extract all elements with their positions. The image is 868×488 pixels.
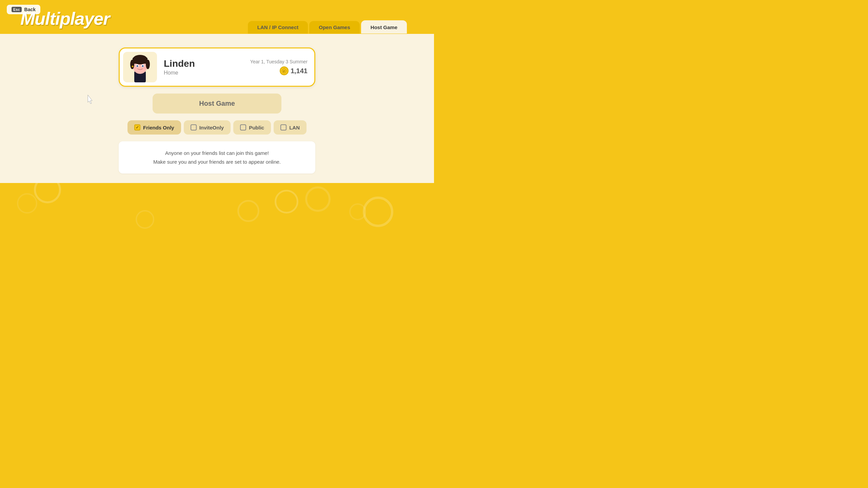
description-line2: Make sure you and your friends are set t…	[153, 159, 281, 165]
tab-host-game[interactable]: Host Game	[361, 20, 407, 34]
checkbox-invite-only	[191, 124, 197, 130]
player-meta: Year 1, Tuesday 3 Summer P 1,141	[250, 59, 308, 75]
player-card: Linden Home Year 1, Tuesday 3 Summer P 1…	[119, 47, 315, 87]
filter-lan[interactable]: LAN	[274, 120, 307, 135]
svg-point-15	[143, 67, 146, 69]
filter-friends-only[interactable]: ✓ Friends Only	[127, 120, 181, 135]
filter-row: ✓ Friends Only InviteOnly Public LAN	[127, 120, 307, 135]
checkmark-friends-only: ✓	[136, 125, 139, 130]
bottom-area	[0, 183, 434, 244]
description-text: Anyone on your friends list can join thi…	[129, 149, 305, 166]
filter-invite-only[interactable]: InviteOnly	[184, 120, 231, 135]
filter-public[interactable]: Public	[233, 120, 271, 135]
tab-open-games[interactable]: Open Games	[309, 21, 360, 34]
svg-point-13	[132, 66, 134, 67]
player-name: Linden	[164, 58, 250, 69]
header: Esc Back Multiplayer LAN / IP Connect Op…	[0, 0, 434, 34]
tab-lan-ip[interactable]: LAN / IP Connect	[248, 21, 308, 34]
player-location: Home	[164, 70, 250, 76]
svg-point-11	[137, 66, 138, 66]
host-game-button[interactable]: Host Game	[153, 94, 281, 114]
avatar	[125, 54, 155, 82]
avatar-area	[123, 52, 157, 82]
description-box: Anyone on your friends list can join thi…	[119, 141, 315, 174]
player-info: Linden Home	[157, 58, 250, 76]
coin-symbol: P	[282, 68, 287, 73]
tabs-container: LAN / IP Connect Open Games Host Game	[248, 20, 407, 34]
coin-icon: P	[280, 66, 289, 75]
filter-lan-label: LAN	[289, 125, 300, 130]
filter-public-label: Public	[249, 125, 264, 130]
filter-friends-only-label: Friends Only	[143, 125, 174, 130]
svg-text:P: P	[283, 70, 285, 73]
player-date: Year 1, Tuesday 3 Summer	[250, 59, 308, 64]
player-coins: P 1,141	[250, 66, 308, 75]
checkbox-lan	[280, 124, 287, 130]
main-content: Linden Home Year 1, Tuesday 3 Summer P 1…	[0, 34, 434, 183]
coin-amount: 1,141	[291, 67, 308, 75]
checkbox-friends-only: ✓	[134, 124, 140, 130]
avatar-bg	[123, 52, 157, 82]
description-line1: Anyone on your friends list can join thi…	[165, 150, 269, 156]
checkbox-public	[240, 124, 246, 130]
page-title: Multiplayer	[20, 8, 110, 29]
filter-invite-only-label: InviteOnly	[199, 125, 224, 130]
svg-rect-6	[133, 58, 147, 64]
svg-point-12	[142, 66, 143, 66]
svg-point-14	[134, 67, 137, 69]
